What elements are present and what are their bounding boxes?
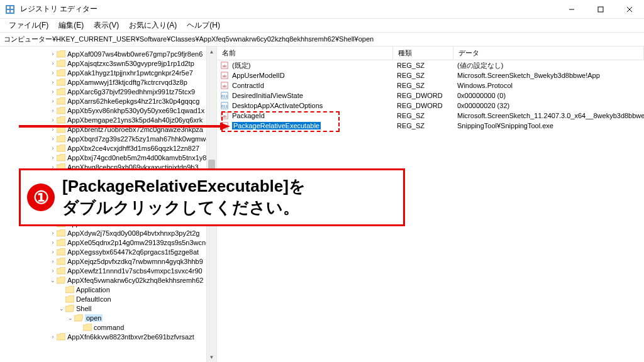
menu-file[interactable]: ファイル(F) bbox=[4, 19, 53, 32]
tree-item[interactable]: ›AppXewfz11nnnd1v7scbs4vmxpc1svxc4r90 bbox=[0, 266, 216, 275]
svg-rect-4 bbox=[11, 10, 13, 13]
tree-item[interactable]: command bbox=[0, 322, 216, 332]
tree-item[interactable]: ›AppXbrentz7uobroebx72mc0gnawze3nkpza bbox=[0, 124, 216, 134]
value-name: (既定) bbox=[228, 61, 393, 70]
folder-icon bbox=[57, 277, 65, 284]
value-row[interactable]: abAppUserModelIDREG_SZMicrosoft.ScreenSk… bbox=[217, 70, 644, 80]
value-row[interactable]: 011DesiredInitialViewStateREG_DWORD0x000… bbox=[217, 90, 644, 101]
expander-icon[interactable]: › bbox=[49, 79, 57, 85]
tree-item[interactable]: ⌄AppXfeq5vwnakrw6cy02kzhq8ekhhsremh62 bbox=[0, 275, 216, 285]
expander-icon[interactable]: › bbox=[49, 155, 57, 161]
tree-item-label: Shell bbox=[76, 305, 91, 312]
value-type: REG_SZ bbox=[393, 62, 453, 69]
expander-icon[interactable]: › bbox=[49, 268, 57, 274]
folder-icon bbox=[57, 60, 65, 67]
expander-icon[interactable]: ⌄ bbox=[49, 277, 57, 283]
expander-icon[interactable]: › bbox=[49, 89, 57, 95]
expander-icon[interactable]: › bbox=[49, 258, 57, 265]
value-name: DesktopAppXActivateOptions bbox=[228, 102, 393, 109]
tree-item[interactable]: DefaultIcon bbox=[0, 294, 216, 304]
expander-icon[interactable]: › bbox=[49, 230, 57, 236]
scroll-down-icon[interactable]: ▼ bbox=[207, 352, 216, 362]
tree-item[interactable]: ›AppXaf0097ws4bwb0wre67gmp7pc9fjr8en6 bbox=[0, 49, 216, 58]
tree-item[interactable]: ⌄Shell bbox=[0, 304, 216, 313]
tree-item[interactable]: Application bbox=[0, 285, 216, 294]
menu-favorites[interactable]: お気に入り(A) bbox=[124, 19, 182, 32]
value-row[interactable]: abPackageIdREG_SZMicrosoft.ScreenSketch_… bbox=[217, 111, 644, 121]
tree-item[interactable]: ›AppXamwwyj1f3ktjcdftg7kctrcrvqd3z8p bbox=[0, 77, 216, 87]
tree-item[interactable]: ›AppXfn6kkvw8823ntbxvr2be691bzfvrsazt bbox=[0, 332, 216, 341]
expander-icon[interactable]: › bbox=[49, 107, 57, 114]
expander-icon[interactable]: › bbox=[49, 136, 57, 142]
instruction-number: ① bbox=[27, 184, 55, 211]
value-row[interactable]: ab(既定)REG_SZ(値の設定なし) bbox=[217, 60, 644, 70]
expander-icon[interactable]: › bbox=[49, 60, 57, 67]
tree-item-label: AppXajsqtzxc3swn530gvypre9jp1rp1d2tp bbox=[67, 60, 194, 67]
folder-icon bbox=[57, 116, 65, 124]
tree-item-label: AppXbemgape21yns3k5pd4ah40jz06yq6xrk bbox=[67, 116, 203, 124]
value-type-icon: ab bbox=[217, 71, 228, 80]
tree-item-label: AppXbqrd7zg39s227k5zy1mah67hhk0wgmw4 bbox=[67, 135, 209, 143]
tree-item[interactable]: ›AppXdyw2j75xqd0y008p4bvtxhnxp3py2t2g bbox=[0, 228, 216, 238]
expander-icon[interactable]: ⌄ bbox=[67, 315, 74, 321]
tree-item[interactable]: ›AppXejqz5dpvfxzdkq7rwbwmnn4gyqk3hhb9 bbox=[0, 256, 216, 266]
value-data: Microsoft.ScreenSketch_11.2407.3.0_x64__… bbox=[453, 112, 644, 119]
tree-item-label: AppXbrentz7uobroebx72mc0gnawze3nkpza bbox=[67, 126, 203, 133]
menu-help[interactable]: ヘルプ(H) bbox=[182, 19, 225, 32]
folder-icon bbox=[65, 295, 74, 303]
value-name: PackageId bbox=[228, 112, 393, 119]
tree-item-label: AppXdyw2j75xqd0y008p4bvtxhnxp3py2t2g bbox=[67, 229, 199, 237]
col-type[interactable]: 種類 bbox=[393, 47, 453, 60]
minimize-button[interactable] bbox=[557, 0, 586, 19]
tree-item[interactable]: ⌄open bbox=[0, 313, 216, 322]
tree-item-label: DefaultIcon bbox=[76, 295, 111, 303]
expander-icon[interactable]: › bbox=[49, 70, 57, 76]
tree-item[interactable]: ›AppXbemgape21yns3k5pd4ah40jz06yq6xrk bbox=[0, 115, 216, 124]
svg-text:ab: ab bbox=[223, 64, 227, 68]
list-header[interactable]: 名前 種類 データ bbox=[217, 47, 644, 60]
tree-item-label: AppXaf0097ws4bwb0wre67gmp7pc9fjr8en6 bbox=[67, 50, 203, 58]
address-bar[interactable]: コンピューター¥HKEY_CURRENT_USER¥Software¥Class… bbox=[0, 33, 644, 47]
folder-icon bbox=[57, 258, 65, 265]
col-data[interactable]: データ bbox=[453, 47, 644, 60]
close-button[interactable] bbox=[615, 0, 644, 19]
menu-view[interactable]: 表示(V) bbox=[89, 19, 124, 32]
expander-icon[interactable]: › bbox=[49, 117, 57, 123]
value-row[interactable]: abPackageRelativeExecutableREG_SZSnippin… bbox=[217, 121, 644, 131]
menu-edit[interactable]: 編集(E) bbox=[53, 19, 89, 32]
col-name[interactable]: 名前 bbox=[217, 47, 393, 60]
svg-rect-6 bbox=[598, 7, 603, 12]
svg-text:ab: ab bbox=[223, 84, 227, 88]
tree-item[interactable]: ›AppXarrs62hke6epkgs4hz21rc3k0p4gqqcg bbox=[0, 96, 216, 106]
value-data: Microsoft.ScreenSketch_8wekyb3d8bbwe!App bbox=[453, 72, 644, 79]
tree-item[interactable]: ›AppXarc6g37bjvf299edhhmjx991tz75tcx9 bbox=[0, 87, 216, 96]
tree-item-label: AppXfn6kkvw8823ntbxvr2be691bzfvrsazt bbox=[67, 333, 194, 341]
tree-item[interactable]: ›AppXbxj74gcd0neb5m2m4d00kamvb5tnx1y8 bbox=[0, 153, 216, 162]
folder-icon bbox=[57, 97, 65, 105]
value-row[interactable]: 011DesktopAppXActivateOptionsREG_DWORD0x… bbox=[217, 101, 644, 111]
tree-item[interactable]: ›AppXe05qdnx2p14g0mw29139zqs9s5n3wcne bbox=[0, 238, 216, 247]
expander-icon[interactable]: › bbox=[49, 126, 57, 133]
folder-icon bbox=[57, 79, 65, 86]
svg-text:ab: ab bbox=[223, 74, 227, 78]
expander-icon[interactable]: › bbox=[49, 334, 57, 340]
tree-item-label: command bbox=[94, 324, 124, 331]
folder-icon bbox=[83, 324, 92, 331]
expander-icon[interactable]: ⌄ bbox=[58, 305, 65, 312]
expander-icon[interactable]: › bbox=[49, 249, 57, 255]
tree-item[interactable]: ›AppXajsqtzxc3swn530gvypre9jp1rp1d2tp bbox=[0, 58, 216, 68]
tree-item[interactable]: ›AppXbx2ce4vcxjdhff3d1ms66qqzk12zn827 bbox=[0, 143, 216, 153]
expander-icon[interactable]: › bbox=[49, 51, 57, 57]
value-row[interactable]: abContractIdREG_SZWindows.Protocol bbox=[217, 80, 644, 90]
value-name: ContractId bbox=[228, 82, 393, 89]
tree-item[interactable]: ›AppXb5yxv86nkhp530y0y50yxe69c1qwad1x bbox=[0, 106, 216, 115]
expander-icon[interactable]: › bbox=[49, 239, 57, 246]
value-data: 0x00000020 (32) bbox=[453, 102, 644, 109]
maximize-button[interactable] bbox=[586, 0, 615, 19]
tree-item[interactable]: ›AppXak1hygz1tpjjnxhr1pwtcgnkpr24r5e7 bbox=[0, 68, 216, 77]
tree-item[interactable]: ›AppXbqrd7zg39s227k5zy1mah67hhk0wgmw4 bbox=[0, 134, 216, 143]
tree-item[interactable]: ›AppXegssybx65447k2q6prgacs1t5gzge8at bbox=[0, 247, 216, 256]
scroll-up-icon[interactable]: ▲ bbox=[207, 47, 216, 57]
expander-icon[interactable]: › bbox=[49, 145, 57, 151]
expander-icon[interactable]: › bbox=[49, 98, 57, 104]
